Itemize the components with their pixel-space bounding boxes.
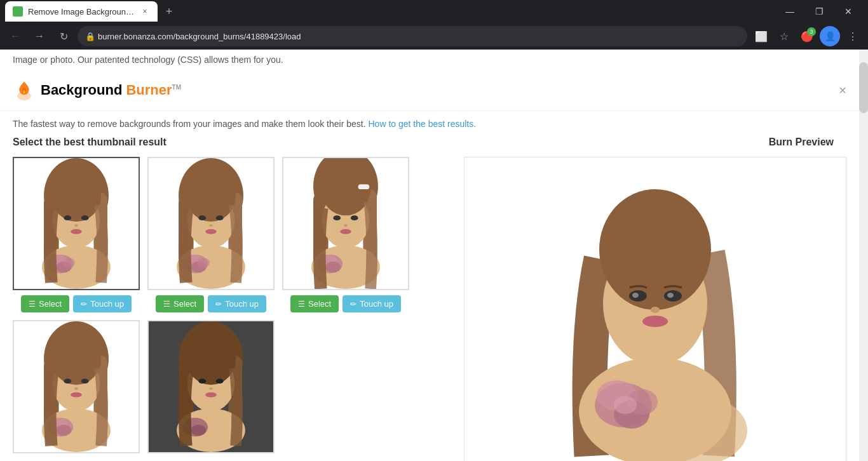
thumbnail-1-buttons: ☰ Select ✏ Touch up [21,295,132,312]
woman-image-5 [149,320,273,453]
woman-image-2 [149,157,273,290]
back-button[interactable]: ← [5,26,25,46]
svg-point-9 [81,215,89,220]
extension-icon[interactable]: 🔴 3 [797,26,817,46]
woman-image-4 [14,320,139,453]
svg-point-74 [205,392,217,398]
touchup-icon-1: ✏ [81,300,87,309]
thumbnail-item-1: ☰ Select ✏ Touch up [13,157,140,312]
thumbnail-image-3[interactable] [282,157,409,290]
svg-point-78 [191,425,207,436]
tagline-link[interactable]: How to get the best results. [368,119,476,129]
svg-point-7 [51,170,101,222]
select-icon-2: ☰ [163,300,170,309]
burn-preview-section: Burn Preview [451,137,846,461]
lock-icon: 🔒 [85,32,95,41]
svg-point-32 [197,258,210,268]
touchup-button-2[interactable]: ✏ Touch up [208,295,266,312]
tab-close-button[interactable]: × [140,6,150,17]
title-bar: Remove Image Backgrounds Fre… × + — ❐ ✕ [0,0,868,23]
svg-point-86 [632,293,639,298]
new-tab-button[interactable]: + [160,3,178,20]
select-icon-1: ☰ [29,300,36,309]
minimize-button[interactable]: — [775,0,804,23]
flame-icon [13,79,36,102]
app-main: Select the best thumbnail result [0,137,859,461]
thumbnail-image-5[interactable] [147,320,275,453]
scrollbar-thumb[interactable] [859,62,868,113]
touchup-button-3[interactable]: ✏ Touch up [342,295,401,312]
svg-point-48 [326,262,341,273]
svg-point-16 [62,258,75,268]
tagline-text: The fastest way to remove backgrounds fr… [13,119,366,129]
svg-point-88 [651,307,660,313]
svg-point-83 [599,189,711,310]
app-brand: Background BurnerTM [41,82,181,98]
svg-point-11 [71,229,82,234]
svg-point-8 [64,215,71,220]
svg-point-89 [642,316,668,327]
window-controls: — ❐ ✕ [775,0,863,23]
profile-icon[interactable]: 👤 [820,26,840,46]
page-top-strip: Image or photo. Our patented technology … [0,50,859,70]
address-bar-row: ← → ↻ 🔒 burner.bonanza.com/background_bu… [0,23,868,50]
close-button[interactable]: ✕ [834,0,863,23]
svg-point-26 [209,224,213,227]
screenshot-icon[interactable]: ⬜ [751,26,771,46]
thumbnail-item-5 [147,320,275,453]
select-title: Select the best thumbnail result [13,137,451,148]
svg-point-39 [321,163,370,215]
thumbnail-image-1[interactable] [13,157,140,290]
modal-container: Image or photo. Our patented technology … [0,50,859,461]
svg-point-27 [205,229,217,234]
select-label-3: Select [308,299,331,309]
menu-icon[interactable]: ⋮ [843,26,863,46]
svg-point-56 [64,378,71,384]
thumbnail-image-4[interactable] [13,320,140,453]
svg-point-24 [198,215,206,220]
brand-background: Background [41,82,122,98]
svg-point-63 [57,425,72,436]
svg-point-71 [198,378,206,384]
tab-title: Remove Image Backgrounds Fre… [28,7,135,17]
thumbnail-image-2[interactable] [147,157,275,290]
select-label-1: Select [39,299,62,309]
scrollbar[interactable] [859,50,868,461]
svg-point-57 [81,378,89,384]
svg-point-59 [71,392,82,398]
svg-point-25 [216,215,224,220]
select-button-1[interactable]: ☰ Select [21,295,69,312]
page-content: Image or photo. Our patented technology … [0,50,868,461]
select-button-2[interactable]: ☰ Select [156,295,204,312]
svg-point-58 [74,387,78,390]
toolbar-icons: ⬜ ☆ 🔴 3 👤 ⋮ [751,26,863,46]
app-tagline: The fastest way to remove backgrounds fr… [0,111,859,137]
touchup-icon-3: ✏ [350,300,356,309]
thumbnails-grid: ☰ Select ✏ Touch up [13,157,451,453]
svg-point-42 [351,215,358,220]
burn-preview-title: Burn Preview [464,137,846,148]
preview-woman-image [519,157,792,461]
touchup-label-2: Touch up [225,299,259,309]
close-modal-button[interactable]: × [839,84,846,97]
maximize-button[interactable]: ❐ [804,0,834,23]
app-logo: Background BurnerTM [13,79,181,102]
forward-button[interactable]: → [29,26,50,46]
brand-tm: TM [172,84,181,91]
address-bar[interactable]: burner.bonanza.com/background_burns/4188… [78,26,747,46]
reload-button[interactable]: ↻ [53,26,74,46]
touchup-button-1[interactable]: ✏ Touch up [73,295,132,312]
select-button-3[interactable]: ☰ Select [290,295,339,312]
tab-favicon [13,6,23,17]
svg-point-70 [186,333,236,385]
svg-point-43 [344,224,348,227]
touchup-icon-2: ✏ [215,300,222,309]
thumbnails-section: Select the best thumbnail result [13,137,451,461]
page-strip-text: Image or photo. Our patented technology … [13,55,283,65]
svg-point-94 [614,396,637,414]
app-header: Background BurnerTM × [0,70,859,111]
bookmark-icon[interactable]: ☆ [774,26,794,46]
browser-tab[interactable]: Remove Image Backgrounds Fre… × [5,1,158,22]
burn-preview-image [464,157,846,461]
svg-point-73 [209,387,213,390]
